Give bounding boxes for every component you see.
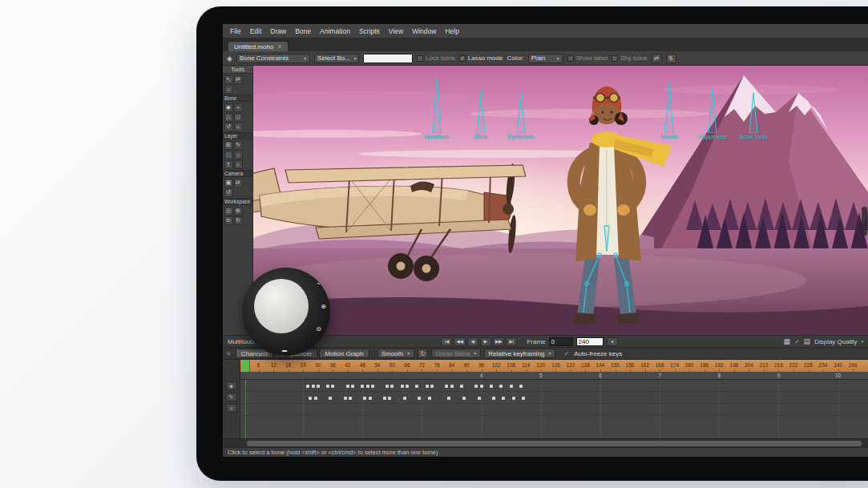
rectangle-tool-icon[interactable]: □ xyxy=(224,151,233,159)
zoom-out-workspace-icon[interactable]: ⊖ xyxy=(224,216,233,225)
bone-channel-icon[interactable]: ◈ xyxy=(226,381,237,390)
keyframe-dot[interactable] xyxy=(312,385,315,388)
pan-camera-icon[interactable]: ⇄ xyxy=(234,179,243,188)
pan-workspace-icon[interactable]: ◎ xyxy=(224,207,233,216)
keyframe-dot[interactable] xyxy=(428,397,431,400)
lasso-mode-checkbox[interactable]: ✓ Lasso mode xyxy=(459,54,503,62)
keyframe-dot[interactable] xyxy=(403,397,406,400)
close-icon[interactable]: × xyxy=(277,43,281,50)
surface-dial-knob[interactable] xyxy=(254,279,309,333)
bone-spike-icon[interactable] xyxy=(476,89,486,133)
timeline-tracks[interactable] xyxy=(240,380,868,438)
keyframe-dot[interactable] xyxy=(462,397,466,400)
keyframe-dot[interactable] xyxy=(447,397,450,400)
zoom-in-workspace-icon[interactable]: ⊕ xyxy=(234,207,243,216)
auto-freeze-checkbox-icon[interactable]: ✓ xyxy=(563,350,569,357)
transport-go-to-end[interactable]: ▶| xyxy=(506,337,517,346)
transport-step-back[interactable]: ◀ xyxy=(467,337,478,346)
oval-tool-icon[interactable]: ○ xyxy=(234,151,243,159)
keyframe-dot[interactable] xyxy=(418,397,421,400)
keyframe-dot[interactable] xyxy=(480,385,483,388)
keyframe-dot[interactable] xyxy=(478,397,481,400)
lock-bone-checkbox[interactable]: Lock bone xyxy=(417,54,455,62)
transform-layer-icon[interactable]: ⊞ xyxy=(224,141,233,150)
canvas-viewport[interactable]: HeadturnBlinkEyebrowsMouthHappinessBone … xyxy=(253,66,868,335)
quality-checkbox-icon[interactable]: ✓ xyxy=(794,338,800,345)
layers-icon[interactable]: ▤ xyxy=(804,338,811,345)
keyframe-dot[interactable] xyxy=(474,385,478,388)
bone-spike-icon[interactable] xyxy=(708,89,717,133)
select-tool-icon[interactable]: ↖ xyxy=(224,75,233,84)
grid-icon[interactable]: ▦ xyxy=(783,338,790,345)
transport-go-to-start[interactable]: |◀ xyxy=(441,337,452,346)
reparent-bone-icon[interactable]: ↺ xyxy=(224,123,233,131)
keyframe-dot[interactable] xyxy=(344,397,347,400)
keyframe-dot[interactable] xyxy=(390,385,394,388)
curve-tool-icon[interactable]: ≈ xyxy=(234,160,243,169)
bone-color-dropdown[interactable]: Plain ▼ xyxy=(528,54,563,63)
zoom-in-icon[interactable]: ⊕ xyxy=(321,304,326,310)
text-tool-icon[interactable]: T xyxy=(224,160,233,169)
timeline-horizontal-scrollbar[interactable] xyxy=(223,438,868,447)
bone-name-input[interactable] xyxy=(363,54,413,63)
flip-vertical-button[interactable]: ⇅ xyxy=(666,54,676,63)
keyframe-dot[interactable] xyxy=(512,397,515,400)
keyframe-dot[interactable] xyxy=(326,385,329,388)
display-quality-label[interactable]: Display Quality xyxy=(814,338,857,345)
bind-points-icon[interactable]: △ xyxy=(224,113,233,122)
keyframe-dot[interactable] xyxy=(361,385,364,388)
document-tab[interactable]: Untitled.moho × xyxy=(228,41,289,51)
transport-step-forward[interactable]: ▶▶ xyxy=(493,337,504,346)
bone-spike-icon[interactable] xyxy=(664,83,674,133)
transport-previous-keyframe[interactable]: ◀◀ xyxy=(454,337,465,346)
keyframe-dot[interactable] xyxy=(349,397,352,400)
menu-item-scripts[interactable]: Scripts xyxy=(355,26,384,37)
relative-keyframing-dropdown[interactable]: Relative keyframing ▼ xyxy=(484,349,555,358)
keyframe-dot[interactable] xyxy=(450,385,454,388)
keyframe-dot[interactable] xyxy=(445,385,448,388)
keyframe-dot[interactable] xyxy=(331,385,334,388)
menu-item-draw[interactable]: Draw xyxy=(266,26,290,37)
end-frame-input[interactable] xyxy=(576,337,604,346)
keyframe-dot[interactable] xyxy=(371,385,374,388)
transform-tool-icon[interactable]: ⇄ xyxy=(234,75,243,84)
keyframe-dot[interactable] xyxy=(430,385,434,388)
keyframe-dot[interactable] xyxy=(510,385,513,388)
timeline-settings-icon[interactable]: ≡ xyxy=(225,350,232,357)
draw-shape-icon[interactable]: ✎ xyxy=(234,141,243,150)
keyframe-dot[interactable] xyxy=(329,397,332,400)
bone-spike-icon[interactable] xyxy=(749,93,758,133)
keyframe-dot[interactable] xyxy=(502,397,505,400)
bind-layer-icon[interactable]: ◇ xyxy=(234,113,243,122)
select-bone-dropdown[interactable]: Select Bo... ▼ xyxy=(314,54,359,63)
bone-spike-icon[interactable] xyxy=(516,93,526,133)
keyframe-dot[interactable] xyxy=(306,385,309,388)
roll-camera-icon[interactable]: ↺ xyxy=(224,188,233,197)
canvas-vertical-scrollbar[interactable] xyxy=(862,207,867,236)
surface-dial[interactable]: ◔ ⊕ ⊖ ▬ xyxy=(242,268,330,356)
transport-play[interactable]: ▶ xyxy=(480,337,491,346)
keyframe-dot[interactable] xyxy=(383,397,386,400)
magnify-tool-icon[interactable]: ○ xyxy=(224,85,233,94)
keyframe-dot[interactable] xyxy=(426,385,429,388)
keyframe-dot[interactable] xyxy=(490,385,493,388)
slider-icon[interactable]: ▬ xyxy=(282,348,287,353)
keyframe-dot[interactable] xyxy=(314,397,317,400)
add-bone-icon[interactable]: ◆ xyxy=(224,103,233,112)
keyframe-dot[interactable] xyxy=(317,385,320,388)
clock-icon[interactable]: ◔ xyxy=(316,281,320,288)
menu-item-animation[interactable]: Animation xyxy=(316,26,354,37)
bone-strength-icon[interactable]: ≈ xyxy=(234,123,243,131)
menu-item-bone[interactable]: Bone xyxy=(291,26,315,37)
keyframe-dot[interactable] xyxy=(415,385,418,388)
current-frame-input[interactable] xyxy=(549,337,573,346)
scrollbar-thumb[interactable] xyxy=(247,441,862,446)
zoom-out-icon[interactable]: ⊖ xyxy=(316,326,321,333)
keyframe-dot[interactable] xyxy=(492,397,495,400)
rotate-workspace-icon[interactable]: ↻ xyxy=(234,216,243,225)
keyframe-dot[interactable] xyxy=(388,397,391,400)
cycle-button[interactable]: ↻ xyxy=(418,349,428,358)
current-frame-marker[interactable] xyxy=(241,360,250,372)
keyframe-dot[interactable] xyxy=(309,397,312,400)
shy-bone-checkbox[interactable]: Shy bone xyxy=(612,54,648,62)
